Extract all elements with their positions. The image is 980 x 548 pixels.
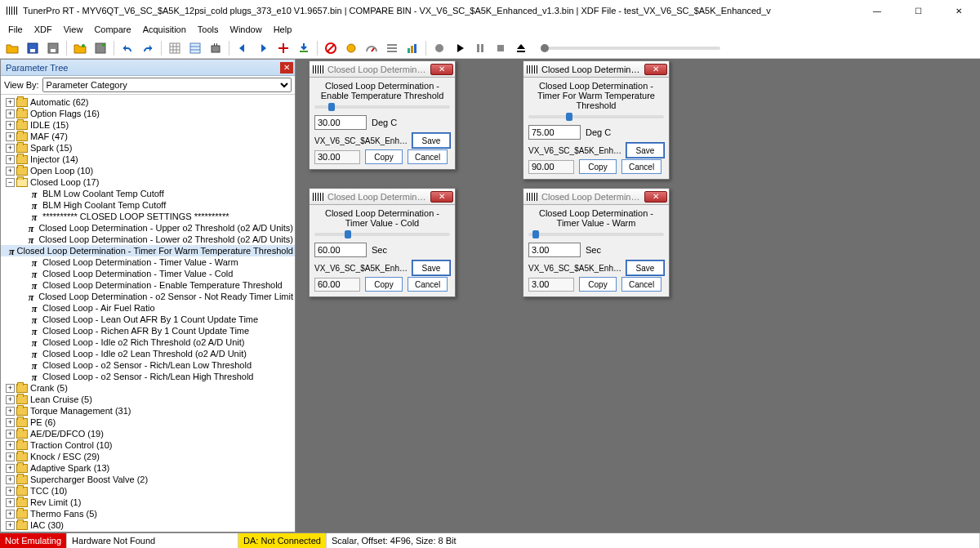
tree-folder[interactable]: +Knock / ESC (29) <box>1 451 295 462</box>
tree-folder[interactable]: +MAF (47) <box>1 131 295 142</box>
tree-folder[interactable]: +Rev Limit (1) <box>1 497 295 508</box>
tree-folder[interactable]: +Adaptive Spark (13) <box>1 462 295 474</box>
parameter-tree-titlebar[interactable]: Parameter Tree ✕ <box>1 60 295 76</box>
save-button[interactable]: Save <box>412 261 450 275</box>
tree-item[interactable]: πClosed Loop - o2 Sensor - Rich/Lean Hig… <box>1 371 295 382</box>
compare-value-input[interactable] <box>528 160 574 174</box>
expander-icon[interactable]: + <box>6 441 15 450</box>
parameter-tree-body[interactable]: +Automatic (62)+Option Flags (16)+IDLE (… <box>1 95 295 532</box>
tb-go-right-icon[interactable] <box>254 39 272 57</box>
tb-plugin-icon[interactable] <box>207 39 225 57</box>
tree-folder[interactable]: +IAC (30) <box>1 519 295 531</box>
tb-play-icon[interactable] <box>451 39 469 57</box>
scalar-window[interactable]: Closed Loop Determina... ✕ Closed Loop D… <box>309 188 456 297</box>
scalar-window-close-button[interactable]: ✕ <box>430 64 453 75</box>
copy-button[interactable]: Copy <box>365 277 403 292</box>
tb-bars-icon[interactable] <box>403 39 421 57</box>
expander-icon[interactable]: + <box>6 407 15 416</box>
scalar-window-close-button[interactable]: ✕ <box>644 64 667 75</box>
tree-item[interactable]: πClosed Loop Determination - Timer For W… <box>1 245 295 256</box>
tree-item[interactable]: π********** CLOSED LOOP SETTINGS *******… <box>1 211 295 222</box>
scalar-window-close-button[interactable]: ✕ <box>644 191 667 203</box>
scalar-value-input[interactable] <box>528 125 581 140</box>
compare-value-input[interactable] <box>528 278 574 292</box>
copy-button[interactable]: Copy <box>365 149 403 164</box>
expander-icon[interactable]: + <box>6 167 15 176</box>
scalar-window-titlebar[interactable]: Closed Loop Determina... ✕ <box>523 189 669 205</box>
window-minimize-button[interactable]: ― <box>859 0 895 21</box>
tree-folder[interactable]: +Open Loop (10) <box>1 165 295 176</box>
scalar-slider[interactable] <box>528 233 664 236</box>
tb-xdf-open-icon[interactable] <box>71 39 89 57</box>
menu-tools[interactable]: Tools <box>193 23 224 36</box>
tb-stop-solid-icon[interactable] <box>492 39 510 57</box>
scalar-window[interactable]: Closed Loop Determina... ✕ Closed Loop D… <box>523 188 670 297</box>
tree-item[interactable]: πClosed Loop - Richen AFR By 1 Count Upd… <box>1 325 295 336</box>
expander-icon[interactable]: + <box>6 498 15 507</box>
tb-target-icon[interactable] <box>342 39 360 57</box>
save-button[interactable]: Save <box>412 133 450 148</box>
tree-folder[interactable]: +Torque Management (31) <box>1 405 295 417</box>
save-button[interactable]: Save <box>626 261 664 275</box>
expander-icon[interactable]: + <box>6 109 15 118</box>
expander-icon[interactable]: + <box>6 430 15 439</box>
tb-list-icon[interactable] <box>383 39 401 57</box>
expander-icon[interactable]: + <box>6 521 15 530</box>
scalar-value-input[interactable] <box>314 115 367 130</box>
expander-icon[interactable]: + <box>6 487 15 496</box>
expander-icon[interactable]: + <box>6 121 15 130</box>
expander-icon[interactable]: + <box>6 132 15 141</box>
expander-icon[interactable]: + <box>6 395 15 404</box>
tb-download-icon[interactable] <box>295 39 313 57</box>
compare-value-input[interactable] <box>314 150 360 164</box>
tb-redo-icon[interactable] <box>139 39 157 57</box>
tree-item[interactable]: πClosed Loop Determination - Lower o2 Th… <box>1 234 295 245</box>
window-close-button[interactable]: ✕ <box>941 0 977 21</box>
scalar-slider[interactable] <box>314 233 450 236</box>
copy-button[interactable]: Copy <box>579 159 617 174</box>
tb-record-mark-icon[interactable] <box>274 39 292 57</box>
expander-icon[interactable]: + <box>6 475 15 484</box>
save-button[interactable]: Save <box>626 143 664 158</box>
tree-item[interactable]: πClosed Loop Determination - Timer Value… <box>1 268 295 279</box>
tree-item[interactable]: πClosed Loop Determination - Upper o2 Th… <box>1 222 295 234</box>
menu-acquisition[interactable]: Acquisition <box>138 23 191 36</box>
tree-item[interactable]: πClosed Loop Determination - o2 Sensor -… <box>1 291 295 302</box>
tree-item[interactable]: πClosed Loop - o2 Sensor - Rich/Lean Low… <box>1 359 295 371</box>
tree-folder[interactable]: +IDLE (15) <box>1 119 295 131</box>
copy-button[interactable]: Copy <box>579 277 617 292</box>
menu-help[interactable]: Help <box>269 23 297 36</box>
expander-icon[interactable]: + <box>6 418 15 427</box>
cancel-button[interactable]: Cancel <box>408 149 448 164</box>
cancel-button[interactable]: Cancel <box>408 277 448 292</box>
scalar-window[interactable]: Closed Loop Determina... ✕ Closed Loop D… <box>523 60 670 180</box>
expander-icon[interactable]: + <box>6 98 15 107</box>
tree-folder[interactable]: +Lean Cruise (5) <box>1 394 295 405</box>
menu-view[interactable]: View <box>59 23 88 36</box>
expander-icon[interactable]: + <box>6 452 15 461</box>
expander-icon[interactable]: + <box>6 144 15 153</box>
expander-icon[interactable]: + <box>6 510 15 519</box>
tb-stop-icon[interactable] <box>322 39 340 57</box>
tb-gauge-icon[interactable] <box>363 39 381 57</box>
tree-folder[interactable]: +Supercharger Boost Valve (2) <box>1 474 295 485</box>
tree-folder[interactable]: +Crank (5) <box>1 382 295 394</box>
tb-record-icon[interactable] <box>430 39 448 57</box>
scalar-window[interactable]: Closed Loop Determina... ✕ Closed Loop D… <box>309 60 456 170</box>
menu-xdf[interactable]: XDF <box>29 23 57 36</box>
tree-item[interactable]: πBLM Low Coolant Temp Cutoff <box>1 188 295 199</box>
tree-folder[interactable]: +Injector (14) <box>1 154 295 165</box>
cancel-button[interactable]: Cancel <box>621 159 662 174</box>
tb-table-icon[interactable] <box>186 39 204 57</box>
tree-folder[interactable]: +Traction Control (10) <box>1 439 295 451</box>
scalar-window-titlebar[interactable]: Closed Loop Determina... ✕ <box>310 61 455 78</box>
viewby-select[interactable]: Parameter Category <box>42 78 292 92</box>
menu-file[interactable]: File <box>3 23 28 36</box>
scalar-window-titlebar[interactable]: Closed Loop Determina... ✕ <box>523 61 669 78</box>
tree-item[interactable]: πClosed Loop - Idle o2 Rich Threshold (o… <box>1 336 295 348</box>
scalar-window-titlebar[interactable]: Closed Loop Determina... ✕ <box>310 189 455 205</box>
tree-folder[interactable]: +PE (6) <box>1 417 295 428</box>
expander-icon[interactable]: + <box>6 384 15 393</box>
tree-folder[interactable]: +Thermo Fans (5) <box>1 508 295 519</box>
parameter-tree-close-button[interactable]: ✕ <box>280 62 293 74</box>
